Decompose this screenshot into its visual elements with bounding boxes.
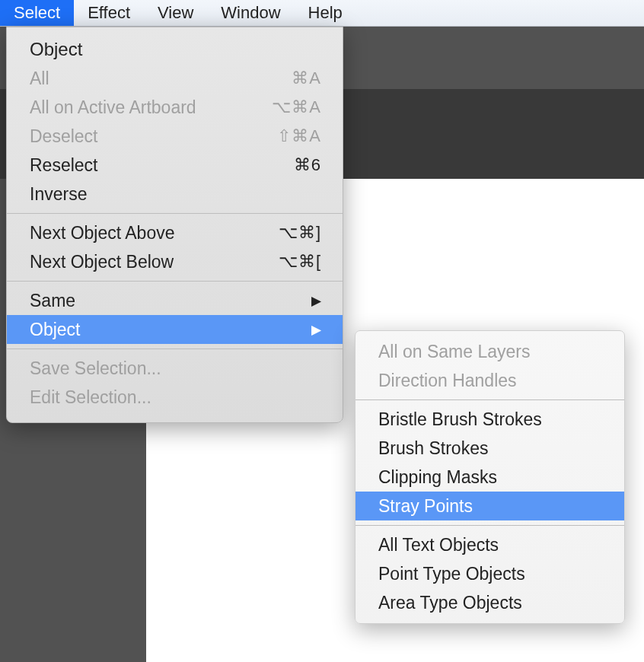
submenu-item-direction-handles-label: Direction Handles	[378, 371, 517, 391]
menu-separator	[355, 525, 624, 526]
submenu-item-brush-strokes[interactable]: Brush Strokes	[355, 434, 624, 463]
menu-item-next-below[interactable]: Next Object Below ⌥⌘[	[7, 247, 343, 276]
menu-item-save-selection-label: Save Selection...	[30, 358, 161, 379]
menu-item-all[interactable]: All ⌘A	[7, 64, 343, 93]
submenu-item-clipping-masks-label: Clipping Masks	[378, 467, 497, 488]
submenu-item-bristle-brush-label: Bristle Brush Strokes	[378, 409, 542, 430]
submenu-item-stray-points-label: Stray Points	[378, 496, 473, 517]
menu-heading-object: Object	[7, 35, 343, 64]
submenu-item-stray-points[interactable]: Stray Points	[355, 492, 624, 520]
menu-item-deselect-shortcut: ⇧⌘A	[277, 126, 321, 146]
menu-select[interactable]: Select	[0, 0, 74, 26]
submenu-item-brush-strokes-label: Brush Strokes	[378, 438, 488, 459]
menu-heading-object-label: Object	[30, 39, 82, 60]
submenu-arrow-icon: ▶	[311, 294, 321, 307]
menu-item-next-above-shortcut: ⌥⌘]	[279, 223, 321, 243]
submenu-item-point-type-objects-label: Point Type Objects	[378, 564, 525, 584]
submenu-item-direction-handles[interactable]: Direction Handles	[355, 366, 624, 395]
menu-item-reselect[interactable]: Reselect ⌘6	[7, 151, 343, 180]
submenu-item-point-type-objects[interactable]: Point Type Objects	[355, 559, 624, 588]
menu-item-inverse-label: Inverse	[30, 184, 87, 205]
menu-item-same[interactable]: Same ▶	[7, 286, 343, 315]
menu-separator	[7, 281, 343, 282]
menu-item-all-label: All	[30, 68, 49, 89]
menu-view[interactable]: View	[144, 0, 207, 26]
menu-item-all-shortcut: ⌘A	[292, 68, 321, 88]
menu-item-edit-selection[interactable]: Edit Selection...	[7, 383, 343, 412]
menu-item-reselect-shortcut: ⌘6	[294, 155, 321, 175]
menu-item-next-below-shortcut: ⌥⌘[	[279, 252, 321, 272]
menu-item-save-selection[interactable]: Save Selection...	[7, 354, 343, 383]
submenu-item-all-text-objects-label: All Text Objects	[378, 535, 499, 555]
menubar: Select Effect View Window Help	[0, 0, 644, 27]
menu-separator	[355, 399, 624, 400]
menu-item-all-artboard-label: All on Active Artboard	[30, 97, 196, 118]
menu-item-object[interactable]: Object ▶	[7, 315, 343, 344]
menu-item-inverse[interactable]: Inverse	[7, 180, 343, 208]
menu-help[interactable]: Help	[295, 0, 356, 26]
object-submenu: All on Same Layers Direction Handles Bri…	[355, 330, 625, 624]
menu-item-all-artboard[interactable]: All on Active Artboard ⌥⌘A	[7, 93, 343, 122]
submenu-item-all-same-layers-label: All on Same Layers	[378, 342, 530, 362]
menu-window[interactable]: Window	[207, 0, 294, 26]
menu-item-all-artboard-shortcut: ⌥⌘A	[272, 97, 321, 117]
submenu-item-all-text-objects[interactable]: All Text Objects	[355, 530, 624, 559]
menu-item-deselect-label: Deselect	[30, 126, 97, 147]
submenu-item-area-type-objects-label: Area Type Objects	[378, 593, 522, 613]
menu-item-object-label: Object	[30, 320, 80, 340]
submenu-arrow-icon: ▶	[311, 323, 321, 336]
submenu-item-area-type-objects[interactable]: Area Type Objects	[355, 588, 624, 617]
submenu-item-all-same-layers[interactable]: All on Same Layers	[355, 337, 624, 366]
menu-item-next-above[interactable]: Next Object Above ⌥⌘]	[7, 218, 343, 247]
select-menu-dropdown: Object All ⌘A All on Active Artboard ⌥⌘A…	[6, 27, 343, 423]
menu-item-next-above-label: Next Object Above	[30, 223, 175, 243]
menu-item-deselect[interactable]: Deselect ⇧⌘A	[7, 122, 343, 151]
menu-item-next-below-label: Next Object Below	[30, 252, 174, 272]
menu-separator	[7, 349, 343, 349]
submenu-item-bristle-brush[interactable]: Bristle Brush Strokes	[355, 405, 624, 434]
menu-effect[interactable]: Effect	[74, 0, 144, 26]
submenu-item-clipping-masks[interactable]: Clipping Masks	[355, 463, 624, 492]
menu-separator	[7, 213, 343, 214]
menu-item-reselect-label: Reselect	[30, 155, 97, 176]
menu-item-same-label: Same	[30, 291, 75, 311]
menu-item-edit-selection-label: Edit Selection...	[30, 387, 151, 408]
